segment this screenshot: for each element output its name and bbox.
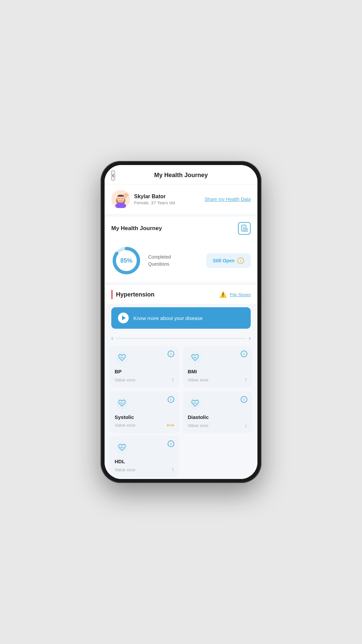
bp-value: Value xxxx — [115, 377, 135, 382]
systolic-value: Value xxxx — [115, 423, 135, 428]
still-open-info-icon: i — [237, 257, 244, 264]
page-title: My Health Journey — [154, 172, 208, 179]
carousel-next-button[interactable]: › — [249, 335, 251, 342]
diastolic-trend-icon: ↓ — [244, 422, 247, 429]
app-screen: ‹ My Health Journey — [105, 165, 257, 479]
bmi-value: Value xxxx — [188, 377, 208, 382]
completed-questions-label: CompletedQuestions — [148, 254, 171, 268]
metrics-grid-row1: i BP Value xxxx ↑ — [105, 344, 257, 390]
carousel-navigation: ‹ › — [105, 332, 257, 344]
systolic-trend-icon: ⟺ — [167, 422, 174, 428]
header: ‹ My Health Journey — [105, 165, 257, 184]
systolic-card-top: i — [115, 396, 174, 411]
systolic-info-icon[interactable]: i — [168, 396, 174, 403]
bmi-card: i BMI Value xxxx ↑ — [183, 346, 252, 387]
hdl-name: HDL — [115, 459, 174, 464]
progress-area: 85% CompletedQuestions Still Open i — [105, 240, 257, 282]
diastolic-card: i Diastolic Value xxxx ↓ — [183, 391, 252, 433]
metrics-grid-row3: i HDL Value xxxx ↑ — [105, 436, 257, 479]
bmi-card-top: i — [188, 351, 247, 365]
bp-trend-icon: ↑ — [171, 376, 174, 383]
condition-bar — [111, 290, 113, 299]
profile-details: Skylar Bator Female, 37 Years old — [134, 194, 175, 205]
diastolic-bottom: Value xxxx ↓ — [188, 422, 247, 429]
svg-point-6 — [122, 198, 123, 199]
condition-row: Hypertension ⚠️ File Stores — [105, 285, 257, 304]
hdl-card-top: i — [115, 440, 174, 455]
carousel-line — [116, 338, 246, 339]
bp-icon — [115, 351, 129, 365]
profile-info: Skylar Bator Female, 37 Years old — [111, 190, 175, 209]
know-more-label: Know more about your disease — [133, 315, 203, 321]
systolic-name: Systolic — [115, 414, 174, 420]
avatar — [111, 190, 130, 209]
still-open-label: Still Open — [213, 258, 235, 263]
progress-donut: 85% — [111, 246, 141, 276]
diastolic-icon — [188, 396, 202, 411]
bp-name: BP — [115, 369, 174, 374]
hdl-card: i HDL Value xxxx ↑ — [110, 436, 179, 477]
diastolic-value: Value xxxx — [188, 423, 208, 428]
profile-section: Skylar Bator Female, 37 Years old Share … — [105, 184, 257, 214]
bmi-info-icon[interactable]: i — [241, 351, 247, 357]
file-stores-link[interactable]: File Stores — [230, 292, 251, 297]
systolic-bottom: Value xxxx ⟺ — [115, 422, 174, 428]
health-journey-header: My Health Journey — [105, 217, 257, 240]
health-journey-title: My Health Journey — [111, 225, 162, 232]
svg-point-5 — [119, 198, 119, 199]
share-health-data-link[interactable]: Share my Health Data — [204, 197, 251, 202]
progress-percent: 85% — [120, 257, 132, 264]
hdl-icon — [115, 440, 129, 455]
diastolic-name: Diastolic — [188, 414, 247, 420]
play-triangle — [122, 316, 126, 320]
still-open-button[interactable]: Still Open i — [206, 253, 251, 268]
condition-name: Hypertension — [116, 291, 216, 298]
bp-info-icon[interactable]: i — [168, 351, 174, 357]
bp-card: i BP Value xxxx ↑ — [110, 346, 179, 387]
phone-screen: ‹ My Health Journey — [105, 165, 257, 479]
avatar-illustration — [112, 191, 129, 208]
warning-icon: ⚠️ — [219, 291, 227, 298]
bmi-icon — [188, 351, 202, 365]
hdl-value: Value xxxx — [115, 467, 135, 472]
know-more-button[interactable]: Know more about your disease — [111, 307, 251, 329]
systolic-card: i Systolic Value xxxx ⟺ — [110, 391, 179, 433]
diastolic-card-top: i — [188, 396, 247, 411]
bmi-trend-icon: ↑ — [244, 376, 247, 383]
bmi-name: BMI — [188, 369, 247, 374]
play-icon — [118, 313, 129, 323]
profile-subtitle: Female, 37 Years old — [134, 200, 175, 205]
document-icon[interactable] — [238, 222, 251, 235]
metrics-grid-row2: i Systolic Value xxxx ⟺ — [105, 390, 257, 436]
hdl-bottom: Value xxxx ↑ — [115, 466, 174, 473]
bp-card-top: i — [115, 351, 174, 365]
back-button[interactable]: ‹ — [111, 170, 115, 180]
phone-frame: ‹ My Health Journey — [101, 161, 261, 483]
diastolic-info-icon[interactable]: i — [241, 396, 247, 403]
systolic-icon — [115, 396, 129, 411]
carousel-prev-button[interactable]: ‹ — [111, 335, 113, 342]
hdl-info-icon[interactable]: i — [168, 440, 174, 447]
profile-name: Skylar Bator — [134, 194, 175, 200]
bmi-bottom: Value xxxx ↑ — [188, 376, 247, 383]
hdl-trend-icon: ↑ — [171, 466, 174, 473]
bp-bottom: Value xxxx ↑ — [115, 376, 174, 383]
